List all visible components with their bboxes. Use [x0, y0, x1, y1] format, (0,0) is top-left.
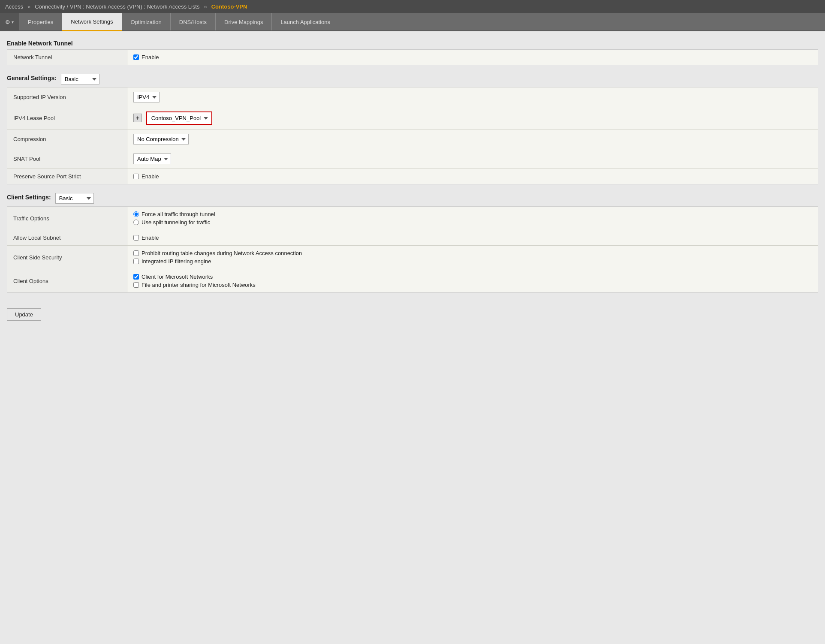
allow-local-subnet-checkbox[interactable] — [133, 235, 139, 241]
tab-gear[interactable]: ⚙ ▾ — [0, 13, 19, 30]
preserve-source-port-strict-text: Enable — [142, 173, 159, 180]
client-side-security-value: Prohibit routing table changes during Ne… — [127, 246, 818, 269]
client-options-label: Client Options — [7, 269, 127, 293]
file-printer-text: File and printer sharing for Microsoft N… — [142, 282, 256, 288]
preserve-source-port-strict-checkbox[interactable] — [133, 174, 139, 179]
traffic-options-label: Traffic Options — [7, 207, 127, 230]
microsoft-networks-checkbox[interactable] — [133, 274, 139, 280]
traffic-option-force-all-radio[interactable] — [133, 211, 139, 217]
breadcrumb-sep-2: » — [204, 3, 207, 10]
preserve-source-port-strict-checkbox-label[interactable]: Enable — [133, 173, 812, 180]
tab-properties[interactable]: Properties — [19, 13, 62, 30]
file-printer-checkbox[interactable] — [133, 282, 139, 288]
traffic-option-split-tunnel-radio[interactable] — [133, 220, 139, 225]
client-side-security-row: Client Side Security Prohibit routing ta… — [7, 246, 818, 269]
client-side-security-group: Prohibit routing table changes during Ne… — [133, 250, 812, 265]
ipv4-lease-pool-highlighted-wrapper: Contoso_VPN_Pool Other_Pool — [146, 111, 212, 125]
allow-local-subnet-row: Allow Local Subnet Enable — [7, 230, 818, 246]
network-tunnel-value: Enable — [127, 50, 818, 65]
network-tunnel-checkbox-label[interactable]: Enable — [133, 54, 812, 60]
enable-network-tunnel-section: Enable Network Tunnel Network Tunnel Ena… — [7, 40, 818, 65]
ipv4-lease-pool-label: IPV4 Lease Pool — [7, 107, 127, 129]
snat-pool-label: SNAT Pool — [7, 149, 127, 169]
snat-pool-row: SNAT Pool Auto Map Custom — [7, 149, 818, 169]
breadcrumb-active: Contoso-VPN — [211, 3, 247, 10]
traffic-options-radio-group: Force all traffic through tunnel Use spl… — [133, 211, 812, 226]
client-options-file-printer[interactable]: File and printer sharing for Microsoft N… — [133, 282, 812, 288]
ip-filtering-checkbox[interactable] — [133, 259, 139, 264]
top-nav: Access » Connectivity / VPN : Network Ac… — [0, 0, 825, 13]
allow-local-subnet-checkbox-label[interactable]: Enable — [133, 235, 812, 241]
ipv4-lease-pool-add-button[interactable]: + — [133, 114, 142, 122]
client-options-row: Client Options Client for Microsoft Netw… — [7, 269, 818, 293]
network-tunnel-label: Network Tunnel — [7, 50, 127, 65]
ipv4-lease-pool-value: + Contoso_VPN_Pool Other_Pool — [127, 107, 818, 129]
allow-local-subnet-value: Enable — [127, 230, 818, 246]
update-button[interactable]: Update — [7, 308, 41, 321]
general-settings-header: General Settings: Basic Advanced — [7, 74, 818, 84]
traffic-options-row: Traffic Options Force all traffic throug… — [7, 207, 818, 230]
client-options-microsoft-networks[interactable]: Client for Microsoft Networks — [133, 274, 812, 280]
traffic-options-value: Force all traffic through tunnel Use spl… — [127, 207, 818, 230]
general-settings-table: Supported IP Version IPV4 IPV6 Both IPV4… — [7, 87, 818, 184]
allow-local-subnet-label: Allow Local Subnet — [7, 230, 127, 246]
tab-drive-mappings[interactable]: Drive Mappings — [216, 13, 272, 30]
breadcrumb-path: Connectivity / VPN : Network Access (VPN… — [35, 3, 199, 10]
client-side-security-ip-filtering[interactable]: Integrated IP filtering engine — [133, 258, 812, 265]
traffic-option-split-tunnel[interactable]: Use split tunneling for traffic — [133, 219, 812, 226]
general-settings-section: General Settings: Basic Advanced Support… — [7, 74, 818, 184]
enable-network-tunnel-title: Enable Network Tunnel — [7, 40, 818, 47]
ip-filtering-text: Integrated IP filtering engine — [142, 258, 211, 265]
client-options-value: Client for Microsoft Networks File and p… — [127, 269, 818, 293]
supported-ip-version-row: Supported IP Version IPV4 IPV6 Both — [7, 87, 818, 107]
tab-network-settings[interactable]: Network Settings — [62, 13, 122, 31]
preserve-source-port-strict-label: Preserve Source Port Strict — [7, 169, 127, 184]
snat-pool-select[interactable]: Auto Map Custom — [133, 153, 171, 164]
main-content: Enable Network Tunnel Network Tunnel Ena… — [0, 31, 825, 329]
compression-row: Compression No Compression LZS DEFLATE — [7, 129, 818, 149]
snat-pool-value: Auto Map Custom — [127, 149, 818, 169]
general-settings-title: General Settings: — [7, 75, 57, 81]
allow-local-subnet-text: Enable — [142, 235, 159, 241]
gear-dropdown-arrow: ▾ — [12, 20, 14, 24]
tab-bar: ⚙ ▾ Properties Network Settings Optimiza… — [0, 13, 825, 31]
preserve-source-port-strict-row: Preserve Source Port Strict Enable — [7, 169, 818, 184]
client-settings-header: Client Settings: Basic Advanced — [7, 193, 818, 204]
compression-select[interactable]: No Compression LZS DEFLATE — [133, 134, 189, 144]
network-tunnel-row: Network Tunnel Enable — [7, 50, 818, 65]
tab-optimization[interactable]: Optimization — [122, 13, 171, 30]
tab-dns-hosts[interactable]: DNS/Hosts — [171, 13, 216, 30]
client-settings-dropdown[interactable]: Basic Advanced — [55, 193, 94, 204]
compression-label: Compression — [7, 129, 127, 149]
ipv4-lease-pool-select[interactable]: Contoso_VPN_Pool Other_Pool — [148, 113, 211, 123]
client-settings-section: Client Settings: Basic Advanced Traffic … — [7, 193, 818, 293]
traffic-option-split-tunnel-text: Use split tunneling for traffic — [142, 219, 210, 226]
network-tunnel-checkbox-text: Enable — [142, 54, 159, 60]
prohibit-routing-text: Prohibit routing table changes during Ne… — [142, 250, 302, 256]
traffic-option-force-all-text: Force all traffic through tunnel — [142, 211, 215, 217]
client-settings-table: Traffic Options Force all traffic throug… — [7, 206, 818, 293]
breadcrumb-sep-1: » — [27, 3, 30, 10]
general-settings-dropdown[interactable]: Basic Advanced — [61, 74, 99, 84]
supported-ip-version-value: IPV4 IPV6 Both — [127, 87, 818, 107]
client-side-security-label: Client Side Security — [7, 246, 127, 269]
network-tunnel-checkbox[interactable] — [133, 54, 139, 60]
gear-icon: ⚙ — [5, 19, 10, 25]
traffic-option-force-all[interactable]: Force all traffic through tunnel — [133, 211, 812, 217]
supported-ip-version-select[interactable]: IPV4 IPV6 Both — [133, 92, 160, 102]
enable-network-tunnel-table: Network Tunnel Enable — [7, 49, 818, 65]
microsoft-networks-text: Client for Microsoft Networks — [142, 274, 213, 280]
supported-ip-version-label: Supported IP Version — [7, 87, 127, 107]
preserve-source-port-strict-value: Enable — [127, 169, 818, 184]
client-options-group: Client for Microsoft Networks File and p… — [133, 274, 812, 288]
client-settings-title: Client Settings: — [7, 194, 51, 201]
prohibit-routing-checkbox[interactable] — [133, 250, 139, 256]
client-side-security-prohibit-routing[interactable]: Prohibit routing table changes during Ne… — [133, 250, 812, 256]
tab-launch-applications[interactable]: Launch Applications — [272, 13, 339, 30]
breadcrumb-access: Access — [5, 3, 23, 10]
compression-value: No Compression LZS DEFLATE — [127, 129, 818, 149]
ipv4-lease-pool-row: IPV4 Lease Pool + Contoso_VPN_Pool Other… — [7, 107, 818, 129]
